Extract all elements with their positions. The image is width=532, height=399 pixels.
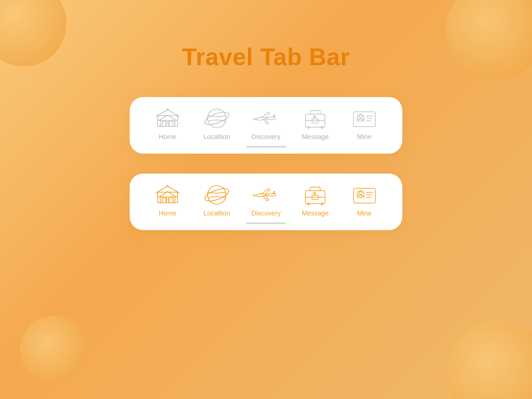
tab-bar-inactive: Home Localtion — [130, 97, 402, 154]
message-icon-inactive — [302, 106, 329, 130]
tab-bar-items-active: Home Localtion — [143, 183, 389, 217]
tab-item-message-active[interactable]: Message — [295, 183, 335, 217]
tab-item-mine-active[interactable]: Mine — [344, 183, 384, 217]
tab-item-discovery-active[interactable]: Discovery — [246, 183, 286, 217]
tab-bar-indicator-active — [246, 222, 286, 224]
tab-label-message-active: Message — [302, 209, 329, 217]
decorative-circle-tl — [0, 0, 66, 66]
tab-label-mine-inactive: Mine — [357, 133, 371, 141]
svg-point-42 — [359, 192, 362, 195]
decorative-circle-tr — [446, 0, 532, 80]
home-icon-inactive — [154, 106, 181, 130]
svg-point-8 — [207, 109, 226, 128]
tab-bar-items-inactive: Home Localtion — [143, 106, 389, 141]
tab-item-discovery-inactive[interactable]: Discovery — [246, 106, 286, 141]
tab-label-mine-active: Mine — [357, 209, 371, 217]
tab-item-location-active[interactable]: Localtion — [197, 183, 237, 217]
svg-point-9 — [203, 110, 230, 127]
svg-point-31 — [207, 186, 226, 204]
tab-item-message-inactive[interactable]: Message — [295, 106, 335, 141]
discovery-icon-active — [253, 183, 279, 206]
svg-rect-17 — [353, 112, 375, 126]
tab-label-home-inactive: Home — [159, 133, 176, 141]
tab-bar-active: Home Localtion — [130, 174, 402, 230]
svg-point-19 — [359, 115, 362, 118]
mine-icon-inactive — [351, 106, 378, 130]
tab-bars-container: Home Localtion — [130, 97, 402, 230]
tab-label-message-inactive: Message — [302, 133, 329, 141]
decorative-circle-bl — [20, 316, 86, 382]
tab-item-home-inactive[interactable]: Home — [148, 106, 188, 141]
svg-point-32 — [203, 186, 230, 203]
tab-bar-indicator-inactive — [246, 146, 286, 148]
svg-rect-40 — [353, 188, 375, 203]
message-icon-active — [302, 183, 329, 206]
tab-label-home-active: Home — [159, 209, 176, 217]
page-title: Travel Tab Bar — [182, 43, 350, 70]
mine-icon-active — [351, 183, 378, 206]
tab-item-home-active[interactable]: Home — [148, 183, 188, 217]
decorative-circle-br — [446, 319, 532, 399]
tab-item-location-inactive[interactable]: Localtion — [197, 106, 237, 141]
location-icon-active — [203, 183, 230, 206]
tab-label-discovery-inactive: Discovery — [251, 133, 281, 141]
tab-item-mine-inactive[interactable]: Mine — [344, 106, 384, 141]
discovery-icon-inactive — [253, 106, 279, 130]
home-icon-active — [154, 183, 181, 206]
tab-label-location-active: Localtion — [203, 209, 230, 217]
location-icon-inactive — [203, 106, 230, 130]
tab-label-location-inactive: Localtion — [203, 133, 230, 141]
tab-label-discovery-active: Discovery — [251, 209, 281, 217]
